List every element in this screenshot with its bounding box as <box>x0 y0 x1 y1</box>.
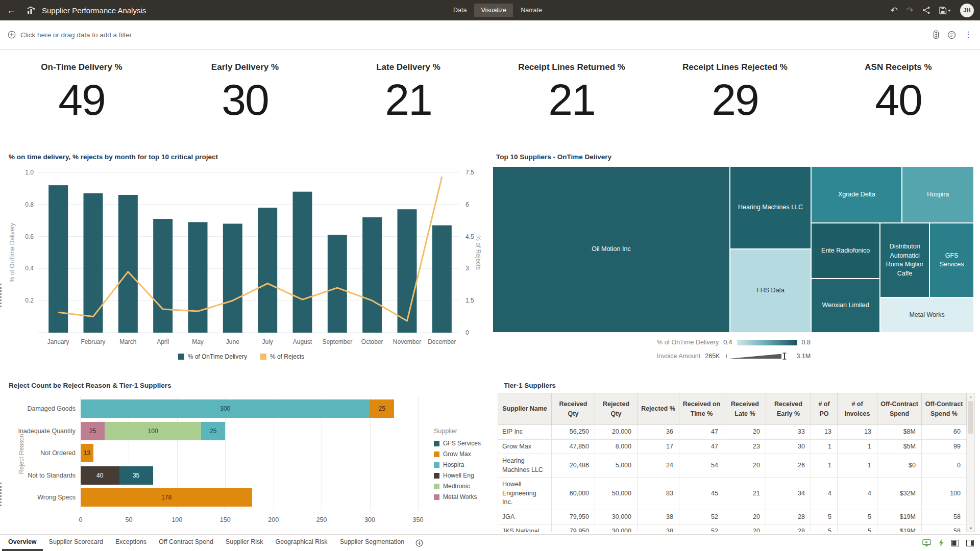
column-header-received-early[interactable]: Received Early % <box>766 393 811 425</box>
value-cell: 28 <box>766 524 811 533</box>
treemap-tile-hospira[interactable]: Hospira <box>902 166 974 223</box>
segment-inadequate-quantity-metal-works[interactable]: 25 <box>81 422 105 440</box>
canvas-properties-icon[interactable] <box>933 30 939 39</box>
kpi-tile-late-delivery[interactable]: Late Delivery %21 <box>327 50 490 121</box>
scroll-up-icon[interactable]: ▲ <box>967 395 974 398</box>
canvas-tab-exceptions[interactable]: Exceptions <box>109 535 153 551</box>
treemap-tile-xgrade-delta[interactable]: Xgrade Delta <box>811 166 902 223</box>
treemap-tile-hearing-machines-llc[interactable]: Hearing Machines LLC <box>730 166 811 249</box>
bar-august[interactable] <box>293 192 312 333</box>
scroll-down-icon[interactable]: ▼ <box>967 527 974 530</box>
kpi-tile-receipt-lines-rejected[interactable]: Receipt Lines Rejected %29 <box>653 50 817 121</box>
bar-december[interactable] <box>432 226 452 333</box>
column-header-of-po[interactable]: # of PO <box>811 393 838 425</box>
bar-may[interactable] <box>188 222 208 333</box>
legend-item-hospira[interactable]: Hospira <box>434 461 481 468</box>
segment-damaged-goods-hospira[interactable]: 300 <box>81 399 370 418</box>
legend-item-of-ontime-delivery[interactable]: % of OnTime Delivery <box>178 353 247 360</box>
column-header-received-on-time[interactable]: Received on Time % <box>679 393 724 425</box>
rejects-line[interactable] <box>58 177 442 321</box>
canvas-tab-supplier-risk[interactable]: Supplier Risk <box>219 535 270 551</box>
kpi-tile-asn-receipts[interactable]: ASN Receipts %40 <box>817 50 980 121</box>
column-header-rejected-qty[interactable]: Rejected Qty <box>595 393 638 425</box>
supplier-name-cell: JKS National <box>498 524 552 533</box>
treemap-tile-gfs-services[interactable]: GFS Services <box>929 223 974 297</box>
table-row-eip-inc[interactable]: EIP Inc56,25020,000364720331313$8M60 <box>498 425 967 440</box>
segment-not-ordered-grow-max[interactable]: 13 <box>81 444 93 462</box>
mode-tab-visualize[interactable]: Visualize <box>474 4 513 17</box>
segment-not-to-standards-howell-eng[interactable]: 40 <box>81 466 119 485</box>
panel-left-icon[interactable] <box>951 540 959 546</box>
bar-june[interactable] <box>223 223 242 333</box>
treemap-tile-metal-works[interactable]: Metal Works <box>880 297 974 333</box>
segment-wrong-specs-grow-max[interactable]: 178 <box>81 488 252 507</box>
add-canvas-icon[interactable] <box>410 535 428 551</box>
save-icon[interactable] <box>939 7 951 14</box>
redo-icon[interactable]: ↷ <box>906 6 914 15</box>
bar-september[interactable] <box>328 235 347 333</box>
undo-icon[interactable]: ↶ <box>891 6 898 15</box>
legend-item-of-rejects[interactable]: % of Rejects <box>260 353 304 360</box>
treemap-tile-ente-radiofonico[interactable]: Ente Radiofonico <box>811 223 880 278</box>
table-row-grow-max[interactable]: Grow Max47,8508,0001747233011$5M99 <box>498 439 967 454</box>
color-gradient-bar[interactable] <box>737 340 797 345</box>
bar-april[interactable] <box>153 219 173 333</box>
present-icon[interactable] <box>922 539 931 546</box>
back-arrow-icon[interactable]: ← <box>0 5 22 16</box>
svg-text:6: 6 <box>465 201 469 208</box>
column-header-off-contract-spend[interactable]: Off-Contract Spend % <box>922 393 967 425</box>
column-header-of-invoices[interactable]: # of Invoices <box>838 393 877 425</box>
canvas-tab-supplier-scorecard[interactable]: Supplier Scorecard <box>43 535 109 551</box>
table-scrollbar[interactable]: ▲ ▼ <box>967 393 975 532</box>
bar-march[interactable] <box>118 195 138 333</box>
segment-damaged-goods-grow-max[interactable]: 25 <box>370 399 394 418</box>
legend-item-metal-works[interactable]: Metal Works <box>434 493 481 500</box>
column-header-received-late[interactable]: Received Late % <box>724 393 766 425</box>
canvas-tab-overview[interactable]: Overview <box>2 535 43 551</box>
column-header-off-contract-spend[interactable]: Off-Contract Spend <box>877 393 922 425</box>
table-row-howell-engineering-inc[interactable]: Howell Engineering Inc.60,00050,00083452… <box>498 478 967 510</box>
kebab-menu-icon[interactable]: ⋮ <box>964 31 972 39</box>
share-icon[interactable] <box>922 6 930 14</box>
auto-insights-icon[interactable] <box>938 539 944 547</box>
legend-item-howell-eng[interactable]: Howell Eng <box>434 472 481 479</box>
canvas-resize-handle[interactable] <box>0 483 2 506</box>
bar-january[interactable] <box>48 185 68 333</box>
legend-item-medtronic[interactable]: Medtronic <box>434 483 481 490</box>
segment-inadequate-quantity-medtronic[interactable]: 100 <box>105 422 201 440</box>
column-header-received-qty[interactable]: Received Qty <box>552 393 595 425</box>
column-header-supplier-name[interactable]: Supplier Name <box>498 393 552 425</box>
table-row-jks-national[interactable]: JKS National79,95030,0003852202855$19M58 <box>498 524 967 533</box>
avatar[interactable]: JH <box>960 4 974 17</box>
canvas-tab-off-contract-spend[interactable]: Off Contract Spend <box>153 535 219 551</box>
bar-july[interactable] <box>258 208 277 333</box>
panel-right-icon[interactable] <box>966 540 974 546</box>
value-cell: 20,000 <box>595 425 638 440</box>
treemap-tile-oil-motion-inc[interactable]: Oil Motion Inc <box>493 166 730 333</box>
legend-item-grow-max[interactable]: Grow Max <box>434 450 481 458</box>
column-header-rejected[interactable]: Rejected % <box>638 393 679 425</box>
kpi-tile-on-time-delivery[interactable]: On-Time Delivery %49 <box>0 50 163 121</box>
bar-november[interactable] <box>398 209 417 333</box>
treemap-tile-fhs-data[interactable]: FHS Data <box>730 249 811 333</box>
bar-october[interactable] <box>362 217 382 333</box>
canvas-tab-supplier-segmentation[interactable]: Supplier Segmentation <box>334 535 410 551</box>
table-row-hearing-machines-llc[interactable]: Hearing Machines LLC20,4865,000245420261… <box>498 454 967 478</box>
scrollbar-thumb[interactable] <box>968 401 973 434</box>
annotations-icon[interactable] <box>947 31 956 39</box>
canvas-tab-geographical-risk[interactable]: Geographical Risk <box>269 535 333 551</box>
mode-tab-data[interactable]: Data <box>447 4 473 17</box>
treemap-tile-distributori-automatici-roma-miglior-caffe[interactable]: Distributori Automatici Roma Miglior Caf… <box>880 223 929 297</box>
canvas-resize-handle[interactable] <box>0 284 2 307</box>
legend-item-gfs-services[interactable]: GFS Services <box>434 440 481 447</box>
treemap-tile-wenxian-limited[interactable]: Wenxian Limited <box>811 279 880 333</box>
mode-tab-narrate[interactable]: Narrate <box>514 4 549 17</box>
segment-not-to-standards-gfs-services[interactable]: 35 <box>119 466 153 485</box>
add-filter-prompt[interactable]: Click here or drag data to add a filter <box>8 31 132 39</box>
bar-february[interactable] <box>84 193 103 333</box>
segment-inadequate-quantity-hospira[interactable]: 25 <box>201 422 225 440</box>
kpi-tile-early-delivery[interactable]: Early Delivery %30 <box>163 50 327 121</box>
kpi-tile-receipt-lines-returned[interactable]: Receipt Lines Returned %21 <box>490 50 653 121</box>
table-row-jga[interactable]: JGA79,95030,0003852202855$19M58 <box>498 510 967 524</box>
x-tick-label: 0 <box>69 516 92 523</box>
